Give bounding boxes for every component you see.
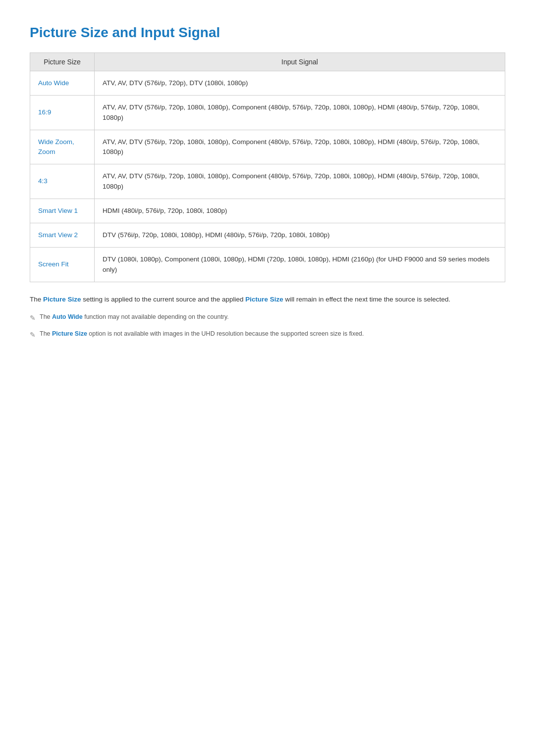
pencil-icon: ✎: [30, 330, 36, 340]
input-signal-cell: HDMI (480i/p, 576i/p, 720p, 1080i, 1080p…: [95, 199, 505, 223]
col-header-input-signal: Input Signal: [95, 53, 505, 71]
page-title: Picture Size and Input Signal: [30, 25, 505, 41]
picture-size-cell: Smart View 1: [30, 199, 95, 223]
input-signal-cell: DTV (1080i, 1080p), Component (1080i, 10…: [95, 248, 505, 282]
highlight-picture-size-2: Picture Size: [245, 296, 283, 303]
input-signal-cell: DTV (576i/p, 720p, 1080i, 1080p), HDMI (…: [95, 223, 505, 248]
table-row: Screen FitDTV (1080i, 1080p), Component …: [30, 248, 505, 282]
table-row: Wide Zoom,ZoomATV, AV, DTV (576i/p, 720p…: [30, 130, 505, 164]
input-signal-cell: ATV, AV, DTV (576i/p, 720p, 1080i, 1080p…: [95, 130, 505, 164]
note-text: The Picture Size option is not available…: [40, 329, 364, 339]
picture-size-cell: Wide Zoom,Zoom: [30, 130, 95, 164]
table-row: 4:3ATV, AV, DTV (576i/p, 720p, 1080i, 10…: [30, 164, 505, 199]
table-row: 16:9ATV, AV, DTV (576i/p, 720p, 1080i, 1…: [30, 96, 505, 130]
input-signal-cell: ATV, AV, DTV (576i/p, 720p, 1080i, 1080p…: [95, 164, 505, 199]
table-row: Smart View 2DTV (576i/p, 720p, 1080i, 10…: [30, 223, 505, 248]
picture-size-table: Picture Size Input Signal Auto WideATV, …: [30, 52, 505, 282]
picture-size-cell: 4:3: [30, 164, 95, 199]
table-row: Smart View 1HDMI (480i/p, 576i/p, 720p, …: [30, 199, 505, 223]
picture-size-cell: Auto Wide: [30, 71, 95, 96]
table-row: Auto WideATV, AV, DTV (576i/p, 720p), DT…: [30, 71, 505, 96]
highlight-picture-size-1: Picture Size: [43, 296, 81, 303]
col-header-picture-size: Picture Size: [30, 53, 95, 71]
input-signal-cell: ATV, AV, DTV (576i/p, 720p), DTV (1080i,…: [95, 71, 505, 96]
picture-size-cell: 16:9: [30, 96, 95, 130]
input-signal-cell: ATV, AV, DTV (576i/p, 720p, 1080i, 1080p…: [95, 96, 505, 130]
picture-size-cell: Screen Fit: [30, 248, 95, 282]
pencil-icon: ✎: [30, 313, 36, 323]
note-item: ✎The Auto Wide function may not availabl…: [30, 312, 505, 323]
main-note: The Picture Size setting is applied to t…: [30, 294, 505, 305]
note-text: The Auto Wide function may not available…: [40, 312, 229, 322]
picture-size-cell: Smart View 2: [30, 223, 95, 248]
note-item: ✎The Picture Size option is not availabl…: [30, 329, 505, 340]
